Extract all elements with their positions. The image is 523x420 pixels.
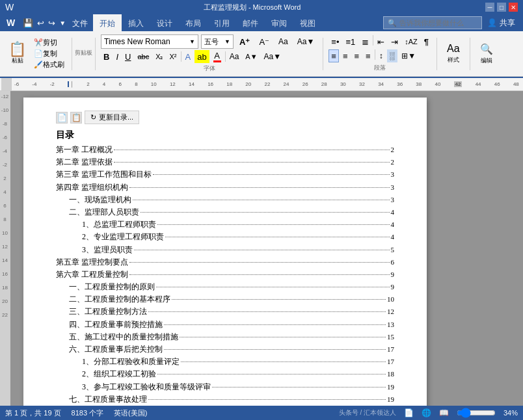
update-toc-button[interactable]: ↻ 更新目录...: [85, 111, 139, 124]
toc-dots: [156, 287, 390, 287]
tab-design[interactable]: 设计: [150, 14, 179, 32]
toc-entry-text: 一、现场监理机构: [69, 194, 131, 206]
toc-icon-button2[interactable]: 📋: [70, 112, 82, 124]
save-qa-button[interactable]: 💾: [21, 18, 34, 28]
underline-button[interactable]: U: [122, 50, 133, 63]
copy-button[interactable]: 📄 复制: [31, 49, 68, 59]
toc-page: 9: [391, 269, 395, 281]
strikethrough-button[interactable]: abc: [135, 50, 152, 63]
zoom-slider[interactable]: [457, 409, 496, 417]
toc-dots: [133, 200, 390, 200]
tab-insert[interactable]: 插入: [122, 14, 150, 32]
tab-review[interactable]: 审阅: [265, 14, 293, 32]
line-spacing-button[interactable]: ↕: [377, 49, 386, 62]
tab-layout[interactable]: 布局: [179, 14, 208, 32]
clear-format-button[interactable]: Aa: [275, 34, 291, 49]
para-label: 段落: [329, 64, 431, 72]
search-bar[interactable]: 🔍: [383, 16, 482, 29]
close-button[interactable]: ✕: [509, 3, 518, 12]
minimize-button[interactable]: ─: [485, 3, 494, 12]
align-right-button[interactable]: ≡: [352, 49, 362, 62]
toc-dots: [164, 349, 386, 350]
separator5: [436, 38, 437, 70]
toc-doc-icon: 📄: [57, 113, 67, 122]
clipboard-group: 📋 粘贴 ✂️ 剪切 📄 复制 🖌️ 格式刷: [5, 38, 72, 70]
toc-dots: [212, 387, 386, 387]
multilevel-button[interactable]: ≣: [359, 35, 371, 48]
toc-entry-text: 七、工程质量事故处理: [69, 393, 147, 406]
top-bar: W 💾 ↩ ↪ ▼ 文件 开始 插入 设计 布局 引用 邮件 审阅 视图 🔍 👤…: [0, 14, 523, 31]
share-button[interactable]: 👤 共享: [482, 16, 520, 30]
justify-button[interactable]: ≡: [363, 49, 373, 62]
italic-button[interactable]: I: [113, 50, 121, 63]
tab-references[interactable]: 引用: [208, 14, 236, 32]
watermark: 头条号 / 汇本领达人: [339, 408, 396, 417]
read-mode-button[interactable]: 📖: [439, 408, 449, 417]
toc-entry-text: 2、组织工程竣工初验: [82, 368, 156, 380]
text-effect-button[interactable]: A: [183, 50, 194, 63]
bold-button[interactable]: B: [101, 50, 112, 63]
tab-view[interactable]: 视图: [293, 14, 322, 32]
tab-file[interactable]: 文件: [67, 14, 93, 32]
format-painter-button[interactable]: 🖌️ 格式刷: [31, 60, 68, 70]
decrease-indent-button[interactable]: ⇤: [375, 35, 387, 48]
toc-page: 3: [391, 194, 395, 206]
cut-button[interactable]: ✂️ 剪切: [31, 38, 68, 48]
word-count: 8183 个字: [72, 408, 104, 418]
tab-home[interactable]: 开始: [93, 14, 122, 32]
align-center-button[interactable]: ≡: [340, 49, 351, 62]
superscript-button[interactable]: X²: [167, 50, 180, 63]
vertical-ruler: -12 -10 -8 -6 -4 -2 2 4 6 8 10 12 14 16 …: [0, 91, 10, 406]
status-right: 头条号 / 汇本领达人 📄 🌐 📖 34%: [339, 408, 518, 417]
ruler-content: -6 -4 -2 │ 2 4 6 8 10 12 14 16 18 20 22 …: [12, 78, 522, 91]
paste-button[interactable]: 📋 粘贴: [5, 40, 29, 67]
font-color2-button[interactable]: Aa: [227, 50, 242, 63]
toc-entry: 一、现场监理机构 3: [56, 194, 394, 206]
toc-dots: [148, 311, 386, 312]
bullets-button[interactable]: ≡•: [329, 35, 342, 48]
shading-button[interactable]: ░: [387, 49, 398, 62]
font-size-input[interactable]: A▼: [243, 50, 260, 63]
app-window: W 工程监理规划 - Microsoft Word ─ □ ✕ W 💾 ↩ ↪ …: [0, 0, 523, 420]
align-left-button[interactable]: ≡: [329, 49, 339, 62]
border-button[interactable]: ⊞▼: [399, 49, 418, 62]
toc-entry: 1、分部工程验收和质量评定 17: [56, 356, 394, 368]
tab-mailings[interactable]: 邮件: [236, 14, 265, 32]
cut-copy-format: ✂️ 剪切 📄 复制 🖌️ 格式刷: [31, 38, 68, 70]
numbering-button[interactable]: ≡1: [343, 35, 358, 48]
web-layout-button[interactable]: 🌐: [422, 408, 431, 417]
toc-dots: [153, 174, 390, 175]
ruler-corner: [1, 78, 12, 91]
toc-entry: 3、监理员职责 5: [56, 244, 394, 256]
undo-button[interactable]: ↩: [36, 18, 46, 28]
tab-bar: 文件 开始 插入 设计 布局 引用 邮件 审阅 视图: [67, 14, 383, 32]
font-shrink-button[interactable]: A⁻: [256, 34, 273, 49]
font-size-selector[interactable]: 五号 ▼: [201, 34, 234, 49]
subscript-button[interactable]: X₂: [153, 50, 165, 63]
font-name-selector[interactable]: Times New Roman ▼: [101, 34, 198, 49]
maximize-button[interactable]: □: [497, 3, 506, 12]
font-name-dropdown-icon: ▼: [189, 38, 195, 45]
customize-qa-button[interactable]: ▼: [58, 18, 67, 28]
search-input[interactable]: [399, 19, 477, 27]
aa-button[interactable]: Aa▼: [262, 50, 284, 63]
toc-entry: 3、参与工程竣工验收和质量等级评审 19: [56, 381, 394, 393]
show-hide-button[interactable]: ¶: [422, 35, 431, 48]
toc-entry-text: 第二章 监理依据: [56, 156, 113, 168]
toc-icon-button1[interactable]: 📄: [56, 112, 68, 124]
title-text: 工程监理规划 - Microsoft Word: [19, 3, 485, 12]
paragraph-group: ≡• ≡1 ≣ ⇤ ⇥ ↕AZ ¶ ≡ ≡ ≡ ≡ ↕ ░: [326, 34, 434, 73]
print-layout-button[interactable]: 📄: [404, 408, 414, 417]
font-grow-button[interactable]: A⁺: [236, 34, 253, 49]
increase-indent-button[interactable]: ⇥: [388, 35, 401, 48]
redo-button[interactable]: ↪: [47, 18, 57, 28]
font-color-button[interactable]: A: [211, 50, 224, 63]
toc-entry: 第一章 工程概况 2: [56, 144, 394, 156]
edit-button[interactable]: 🔍 编辑: [476, 38, 498, 70]
toc-page: 12: [387, 306, 394, 318]
sort-button[interactable]: ↕AZ: [402, 35, 420, 48]
styles-button[interactable]: Aа 样式: [442, 38, 464, 70]
edit-icon: 🔍: [480, 43, 493, 55]
text-highlight-button[interactable]: ab: [194, 50, 209, 63]
change-case-button[interactable]: Aa▼: [294, 34, 318, 49]
